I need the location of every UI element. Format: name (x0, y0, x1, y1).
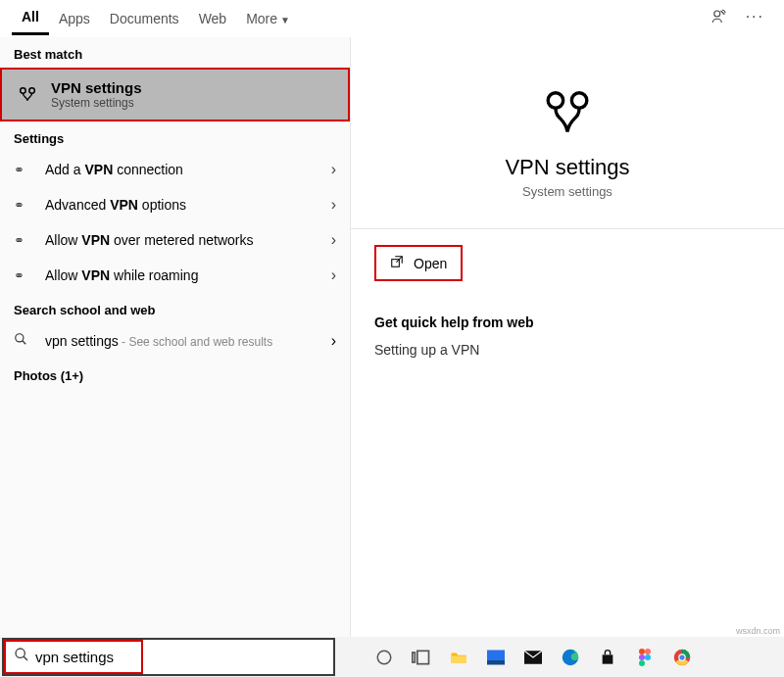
settings-heading: Settings (0, 121, 350, 152)
setting-label: Allow VPN while roaming (45, 267, 331, 283)
chevron-right-icon: › (331, 332, 336, 350)
search-filter-tabs: All Apps Documents Web More▼ ··· (0, 0, 784, 37)
more-options-icon[interactable]: ··· (746, 8, 764, 29)
search-icon (14, 647, 29, 666)
tab-documents[interactable]: Documents (100, 3, 189, 34)
vpn-icon: ⚭ (14, 163, 35, 177)
chevron-right-icon: › (331, 196, 336, 214)
search-web-query: vpn settings (45, 333, 119, 349)
feedback-icon[interactable] (710, 8, 728, 29)
svg-rect-10 (417, 651, 429, 663)
open-button[interactable]: Open (374, 245, 463, 281)
search-web-subtitle: - See school and web results (119, 335, 272, 349)
tab-web[interactable]: Web (189, 3, 237, 34)
svg-rect-9 (413, 653, 416, 662)
svg-rect-12 (487, 650, 505, 660)
vpn-icon: ⚭ (14, 233, 35, 248)
svg-point-7 (16, 649, 24, 657)
preview-subtitle: System settings (374, 184, 760, 199)
divider (351, 228, 784, 229)
svg-point-17 (645, 649, 651, 654)
svg-point-16 (639, 649, 645, 654)
svg-point-23 (679, 654, 684, 659)
preview-vpn-icon (374, 86, 760, 143)
svg-point-3 (16, 334, 24, 342)
task-view-icon[interactable] (412, 648, 431, 667)
svg-point-5 (571, 93, 586, 108)
svg-point-4 (548, 93, 563, 108)
results-panel: Best match VPN settings System settings … (0, 37, 351, 637)
search-icon (14, 332, 35, 350)
best-match-result[interactable]: VPN settings System settings (0, 68, 350, 121)
vpn-icon (16, 84, 39, 106)
store-icon[interactable] (598, 648, 617, 667)
svg-point-2 (29, 87, 35, 93)
quick-help-heading: Get quick help from web (374, 314, 760, 330)
vpn-icon: ⚭ (14, 268, 35, 283)
setting-label: Allow VPN over metered networks (45, 232, 331, 248)
best-match-title: VPN settings (51, 79, 142, 96)
svg-point-19 (645, 654, 651, 660)
taskbar (0, 637, 784, 677)
cortana-icon[interactable] (374, 648, 394, 667)
watermark: wsxdn.com (736, 626, 780, 636)
help-link-setting-up-vpn[interactable]: Setting up a VPN (374, 342, 760, 358)
edge-icon[interactable] (561, 648, 580, 667)
svg-point-18 (639, 654, 645, 660)
chevron-right-icon: › (331, 231, 336, 249)
svg-point-8 (377, 651, 391, 664)
chevron-right-icon: › (331, 161, 336, 178)
search-input[interactable] (35, 642, 133, 672)
svg-rect-13 (487, 660, 505, 665)
tab-all[interactable]: All (12, 1, 49, 35)
best-match-heading: Best match (0, 37, 350, 68)
setting-label: Add a VPN connection (45, 162, 331, 177)
figma-icon[interactable] (635, 648, 655, 667)
svg-rect-11 (452, 655, 466, 663)
chevron-down-icon: ▼ (280, 15, 290, 25)
photos-heading[interactable]: Photos (1+) (0, 359, 350, 389)
setting-allow-vpn-metered[interactable]: ⚭ Allow VPN over metered networks › (0, 222, 350, 258)
setting-advanced-vpn-options[interactable]: ⚭ Advanced VPN options › (0, 187, 350, 222)
vpn-icon: ⚭ (14, 198, 35, 213)
tab-apps[interactable]: Apps (49, 3, 100, 34)
setting-allow-vpn-roaming[interactable]: ⚭ Allow VPN while roaming › (0, 258, 350, 293)
search-web-heading: Search school and web (0, 293, 350, 323)
open-label: Open (414, 256, 447, 271)
mail-icon[interactable] (523, 648, 543, 667)
setting-add-vpn-connection[interactable]: ⚭ Add a VPN connection › (0, 152, 350, 187)
svg-point-1 (21, 87, 26, 93)
svg-point-20 (639, 660, 645, 666)
app-icon[interactable] (486, 648, 506, 667)
best-match-subtitle: System settings (51, 96, 142, 110)
svg-point-0 (713, 11, 719, 17)
preview-panel: VPN settings System settings Open Get qu… (351, 37, 784, 637)
file-explorer-icon[interactable] (449, 648, 468, 667)
chevron-right-icon: › (331, 266, 336, 284)
search-web-result[interactable]: vpn settings - See school and web result… (0, 323, 350, 359)
chrome-icon[interactable] (672, 648, 692, 667)
tab-more[interactable]: More▼ (236, 3, 300, 34)
setting-label: Advanced VPN options (45, 197, 331, 213)
open-icon (390, 255, 404, 271)
preview-title: VPN settings (374, 155, 760, 180)
search-box[interactable] (2, 638, 335, 676)
